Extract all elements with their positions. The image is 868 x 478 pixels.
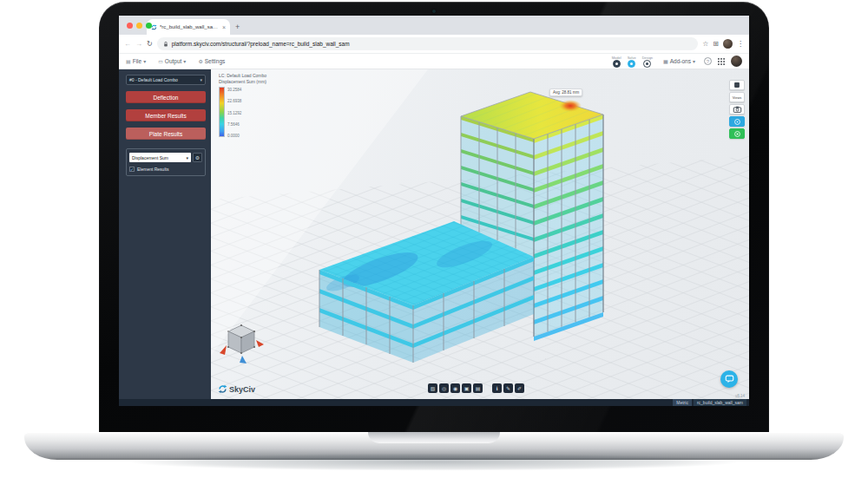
browser-urlbar: ← → ↻ platform.skyciv.com/structural/?pr…	[119, 35, 749, 54]
window-controls	[127, 23, 152, 29]
cube-icon	[733, 82, 741, 88]
measure-icon: ✐	[517, 385, 522, 391]
laptop-notch	[368, 432, 500, 443]
render-mode-button[interactable]	[729, 80, 745, 90]
skyciv-logo: SkyCiv	[218, 384, 255, 394]
settings-menu[interactable]: ⚙ Settings	[198, 58, 225, 64]
bookmark-star-icon[interactable]: ☆	[702, 40, 708, 48]
annotate-button[interactable]: ✎	[503, 383, 513, 393]
workflow-steps: Model Solve Design	[612, 56, 653, 68]
address-bar[interactable]: platform.skyciv.com/structural/?preload_…	[157, 37, 698, 50]
member-results-button[interactable]: Member Results	[126, 109, 206, 121]
user-avatar[interactable]	[731, 56, 742, 67]
status-bar: Metric rc_build_slab_wall_sam	[119, 399, 749, 406]
video-button[interactable]	[729, 128, 745, 139]
play-icon	[733, 130, 741, 138]
file-icon: ▤	[126, 58, 131, 64]
skyciv-favicon-icon	[151, 24, 157, 30]
legend-color-scale	[219, 87, 225, 137]
forward-icon[interactable]: →	[135, 40, 142, 48]
skyciv-logo-icon	[218, 384, 227, 394]
viewport-3d[interactable]: LC: Default Load Combo Displacement Sum …	[211, 69, 749, 399]
step-model[interactable]: Model	[612, 56, 621, 68]
laptop-shadow	[10, 451, 858, 475]
result-type-select[interactable]: Displacement Sum ▾	[129, 153, 191, 162]
chevron-down-icon: ▾	[186, 155, 188, 160]
legend-max-value: 30.2584	[227, 87, 241, 93]
snapshot-button[interactable]: ▤	[473, 383, 483, 393]
legend-title: LC: Default Load Combo	[219, 73, 266, 79]
deflection-button[interactable]: Deflection	[126, 91, 206, 103]
measure-button[interactable]: ✐	[515, 383, 524, 393]
minimize-window-button[interactable]	[136, 23, 142, 29]
maximize-window-button[interactable]	[146, 23, 152, 29]
fit-view-button[interactable]: ◎	[439, 383, 449, 393]
help-button[interactable]: ?	[704, 57, 712, 65]
chevron-down-icon: ▾	[183, 58, 186, 64]
chevron-down-icon: ▾	[200, 77, 202, 82]
chevron-down-icon: ▾	[143, 58, 146, 64]
views-button[interactable]: Views	[729, 92, 745, 102]
step-solve[interactable]: Solve	[628, 56, 636, 68]
plate-results-button[interactable]: Plate Results	[126, 128, 206, 140]
url-text: platform.skyciv.com/structural/?preload_…	[172, 41, 350, 47]
gear-icon: ⚙	[198, 58, 202, 64]
addons-menu[interactable]: ▦ Add-ons ▾	[663, 58, 695, 64]
structural-model-canvas[interactable]	[211, 69, 749, 399]
labels-button[interactable]: ▣	[462, 383, 471, 393]
filename-chip[interactable]: rc_build_slab_wall_sam	[694, 399, 746, 406]
browser-menu-icon[interactable]: ⋮	[737, 40, 744, 48]
globe-icon	[733, 118, 741, 126]
result-legend: LC: Default Load Combo Displacement Sum …	[219, 73, 266, 139]
tab-close-icon[interactable]: ×	[222, 24, 226, 30]
plate-results-panel: Displacement Sum ▾ ⚙ ✓ Element Results	[126, 148, 206, 176]
model-step-icon	[613, 60, 621, 68]
checkbox-icon[interactable]: ✓	[129, 167, 135, 172]
new-tab-button[interactable]: +	[235, 19, 240, 35]
render-settings-button[interactable]: ▧	[428, 383, 437, 393]
load-combo-select[interactable]: #0 - Default Load Combo ▾	[126, 75, 206, 85]
file-menu[interactable]: ▤ File ▾	[126, 58, 146, 64]
visibility-button[interactable]: ◉	[450, 383, 460, 393]
webcam-dot	[432, 10, 436, 13]
views-label: Views	[733, 95, 742, 100]
results-sidebar: #0 - Default Load Combo ▾ Deflection Mem…	[119, 69, 211, 399]
share-button[interactable]	[729, 116, 745, 127]
output-menu[interactable]: ▭ Output ▾	[158, 58, 186, 64]
file-menu-label: File	[133, 58, 141, 64]
camera-icon	[733, 106, 742, 113]
step-design[interactable]: Design	[642, 56, 653, 68]
settings-menu-label: Settings	[205, 58, 226, 64]
avg-displacement-tooltip: Avg: 28.81 mm	[549, 88, 582, 96]
result-type-value: Displacement Sum	[132, 155, 168, 160]
addons-label: Add-ons	[670, 58, 691, 64]
legend-subtitle: Displacement Sum (mm)	[219, 79, 266, 85]
result-settings-button[interactable]: ⚙	[193, 153, 202, 162]
close-window-button[interactable]	[127, 23, 133, 29]
fit-view-icon: ◎	[442, 385, 446, 391]
step-model-label: Model	[612, 56, 621, 60]
back-icon[interactable]: ←	[124, 40, 131, 48]
version-label: v8.14	[735, 394, 745, 398]
reload-icon[interactable]: ↻	[147, 40, 153, 48]
legend-value: 22.6938	[227, 98, 241, 104]
viewport-right-tools: Views	[729, 80, 745, 139]
browser-tabstrip: *rc_build_slab_wall_sam | SkyC × +	[119, 16, 749, 35]
browser-tab[interactable]: *rc_build_slab_wall_sam | SkyC ×	[147, 19, 230, 35]
legend-min-value: 0.0000	[227, 133, 241, 139]
browser-profile-avatar[interactable]	[723, 39, 733, 49]
step-solve-label: Solve	[628, 56, 636, 60]
axis-helper	[228, 325, 254, 353]
chat-button[interactable]	[720, 370, 738, 388]
screenshot-button[interactable]	[729, 104, 745, 115]
units-chip[interactable]: Metric	[673, 399, 692, 406]
snapshot-icon: ▤	[476, 385, 481, 391]
legend-value: 15.1292	[227, 110, 241, 116]
apps-grid-icon[interactable]	[718, 58, 725, 65]
extensions-icon[interactable]: ⊞	[713, 40, 719, 48]
tab-title: *rc_build_slab_wall_sam | SkyC	[160, 24, 220, 29]
load-combo-value: #0 - Default Load Combo	[129, 77, 178, 82]
info-button[interactable]: ℹ	[492, 383, 502, 393]
laptop-mockup: *rc_build_slab_wall_sam | SkyC × + ← → ↻…	[0, 0, 868, 478]
element-results-checkbox-row[interactable]: ✓ Element Results	[129, 167, 202, 172]
